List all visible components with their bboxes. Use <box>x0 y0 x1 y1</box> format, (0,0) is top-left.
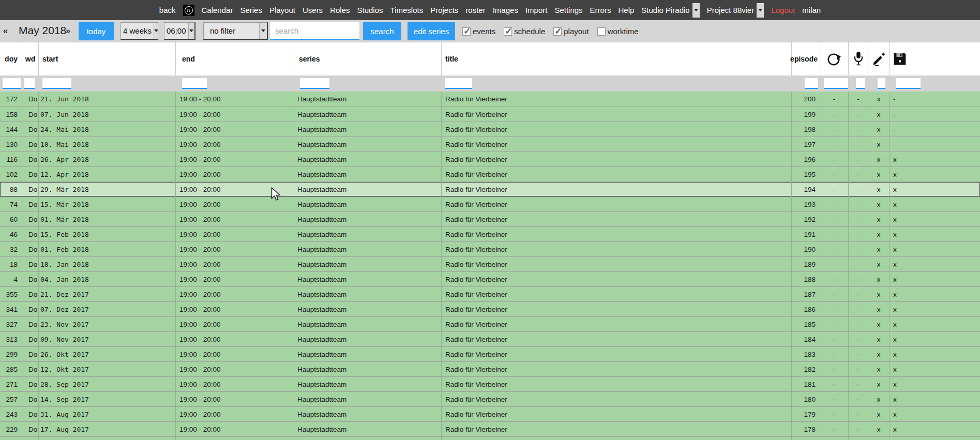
checkbox-icon[interactable] <box>504 27 512 36</box>
cell-archived-flag: x <box>889 182 980 196</box>
col-header-doy[interactable]: doy <box>0 42 22 75</box>
filter-select[interactable]: no filter <box>203 22 268 40</box>
nav-back[interactable]: back <box>159 6 176 14</box>
filter-title-input[interactable] <box>445 78 472 89</box>
episode-row[interactable]: 271 Do, 28. Sep 2017 19:00 - 20:00 Haupt… <box>0 376 980 391</box>
edit-series-button[interactable]: edit series <box>408 22 455 40</box>
nav-playout[interactable]: Playout <box>269 6 295 14</box>
col-header-archived[interactable] <box>889 42 980 75</box>
episode-row[interactable]: 102 Do, 12. Apr 2018 19:00 - 20:00 Haupt… <box>0 166 980 181</box>
cell-live-flag: - <box>849 197 868 211</box>
cell-start-date: 21. Jun 2018 <box>39 92 176 107</box>
episode-row[interactable]: 341 Do, 07. Dez 2017 19:00 - 20:00 Haupt… <box>0 301 980 316</box>
episode-row[interactable]: 243 Do, 31. Aug 2017 19:00 - 20:00 Haupt… <box>0 406 980 421</box>
cell-doy: 172 <box>0 92 22 107</box>
episode-row[interactable]: 46 Do, 15. Feb 2018 19:00 - 20:00 Haupts… <box>0 226 980 241</box>
project-select[interactable]: Project 88vier <box>707 3 764 18</box>
nav-timeslots[interactable]: Timeslots <box>390 6 424 14</box>
col-header-start[interactable]: start <box>39 42 176 75</box>
search-button[interactable]: search <box>363 22 401 40</box>
cell-start-date: 24. Mai 2018 <box>39 122 176 136</box>
episode-row[interactable]: 18 Do, 18. Jan 2018 19:00 - 20:00 Haupts… <box>0 256 980 271</box>
chevron-down-icon[interactable] <box>692 3 700 18</box>
filter-series-input[interactable] <box>300 78 329 89</box>
col-header-wd[interactable]: wd <box>22 42 39 75</box>
episode-row[interactable]: 74 Do, 15. Mär 2018 19:00 - 20:00 Haupts… <box>0 196 980 211</box>
episode-row[interactable]: 313 Do, 09. Nov 2017 19:00 - 20:00 Haupt… <box>0 331 980 346</box>
episode-row[interactable]: 172 Do, 21. Jun 2018 19:00 - 20:00 Haupt… <box>0 92 980 107</box>
today-button[interactable]: today <box>79 22 114 40</box>
filter-doy-input[interactable] <box>3 78 21 89</box>
time-select[interactable]: 06:00 <box>164 22 195 40</box>
cell-wd: Do, <box>22 107 39 122</box>
filter-archived-input[interactable] <box>896 78 921 89</box>
cell-doy: 243 <box>0 407 22 421</box>
cell-preproduced-flag: x <box>868 407 889 421</box>
episode-row[interactable]: 229 Do, 17. Aug 2017 19:00 - 20:00 Haupt… <box>0 421 980 436</box>
col-header-episode[interactable]: episode <box>792 42 820 75</box>
col-header-preproduced[interactable] <box>868 42 889 75</box>
nav-series[interactable]: Series <box>240 6 262 14</box>
col-header-live[interactable] <box>849 42 868 75</box>
nav-studios[interactable]: Studios <box>357 6 383 14</box>
filter-end-input[interactable] <box>182 78 207 89</box>
next-month-button[interactable]: » <box>66 26 70 36</box>
nav-users[interactable]: Users <box>303 6 323 14</box>
worktime-checkbox[interactable]: worktime <box>597 27 639 36</box>
episode-row[interactable]: 299 Do, 26. Okt 2017 19:00 - 20:00 Haupt… <box>0 346 980 361</box>
episode-row[interactable]: 285 Do, 12. Okt 2017 19:00 - 20:00 Haupt… <box>0 361 980 376</box>
episode-row[interactable]: 257 Do, 14. Sep 2017 19:00 - 20:00 Haupt… <box>0 391 980 406</box>
episode-row[interactable]: 130 Do, 10. Mai 2018 19:00 - 20:00 Haupt… <box>0 136 980 151</box>
episode-row[interactable]: 4 Do, 04. Jan 2018 19:00 - 20:00 Hauptst… <box>0 271 980 286</box>
nav-roles[interactable]: Roles <box>330 6 350 14</box>
schedule-checkbox[interactable]: schedule <box>504 27 545 36</box>
search-input[interactable] <box>270 22 359 40</box>
episode-row[interactable]: 158 Do, 07. Jun 2018 19:00 - 20:00 Haupt… <box>0 107 980 122</box>
checkbox-icon[interactable] <box>597 27 606 36</box>
prev-month-button[interactable]: « <box>3 26 8 36</box>
episode-row[interactable]: 355 Do, 21. Dez 2017 19:00 - 20:00 Haupt… <box>0 286 980 301</box>
nav-calendar[interactable]: Calendar <box>202 6 233 14</box>
cell-episode: 192 <box>792 212 820 226</box>
col-header-series[interactable]: series <box>293 42 442 75</box>
cell-start-date: 31. Aug 2017 <box>39 407 176 421</box>
events-checkbox[interactable]: events <box>462 27 495 36</box>
cell-archived-flag: - <box>889 137 980 151</box>
nav-images[interactable]: Images <box>493 6 518 14</box>
cell-title: Radio für Vierbeiner <box>442 317 792 331</box>
episode-row[interactable]: 88 Do, 29. Mär 2018 19:00 - 20:00 Haupts… <box>0 181 980 196</box>
nav-roster[interactable]: roster <box>465 6 485 14</box>
episode-row[interactable]: 60 Do, 01. Mär 2018 19:00 - 20:00 Haupts… <box>0 211 980 226</box>
cell-wd: Do, <box>22 302 39 316</box>
nav-errors[interactable]: Errors <box>590 6 611 14</box>
col-header-end[interactable]: end <box>176 42 293 75</box>
nav-projects[interactable]: Projects <box>430 6 458 14</box>
studio-select[interactable]: Studio Piradio <box>641 3 699 18</box>
episode-row[interactable]: 116 Do, 26. Apr 2018 19:00 - 20:00 Haupt… <box>0 151 980 166</box>
logout-link[interactable]: Logout <box>771 6 795 14</box>
nav-help[interactable]: Help <box>618 6 634 14</box>
col-header-title[interactable]: title <box>442 42 792 75</box>
playout-checkbox[interactable]: playout <box>553 27 589 36</box>
nav-import[interactable]: Import <box>525 6 548 14</box>
filter-preproduced-input[interactable] <box>878 78 885 89</box>
episode-row[interactable]: 144 Do, 24. Mai 2018 19:00 - 20:00 Haupt… <box>0 122 980 136</box>
cell-series: Hauptstadtteam <box>293 302 442 316</box>
checkbox-icon[interactable] <box>462 27 471 36</box>
range-select[interactable]: 4 weeks <box>120 22 158 40</box>
layer-checkboxes: eventsscheduleplayoutworktime <box>462 20 639 42</box>
filter-start-input[interactable] <box>42 78 71 89</box>
filter-wd-input[interactable] <box>24 78 35 89</box>
nav-settings[interactable]: Settings <box>554 6 582 14</box>
col-header-repeat[interactable] <box>820 42 849 75</box>
chevron-down-icon[interactable] <box>757 3 764 18</box>
filter-live-input[interactable] <box>856 78 865 89</box>
episode-row[interactable]: 32 Do, 01. Feb 2018 19:00 - 20:00 Haupts… <box>0 241 980 256</box>
episode-row[interactable]: 327 Do, 23. Nov 2017 19:00 - 20:00 Haupt… <box>0 316 980 331</box>
filter-episode-input[interactable] <box>805 78 818 89</box>
cell-episode: 200 <box>792 92 820 107</box>
episode-row[interactable] <box>0 436 980 440</box>
filter-repeat-input[interactable] <box>824 78 848 89</box>
cell-doy: 46 <box>0 227 22 241</box>
checkbox-icon[interactable] <box>553 27 562 36</box>
